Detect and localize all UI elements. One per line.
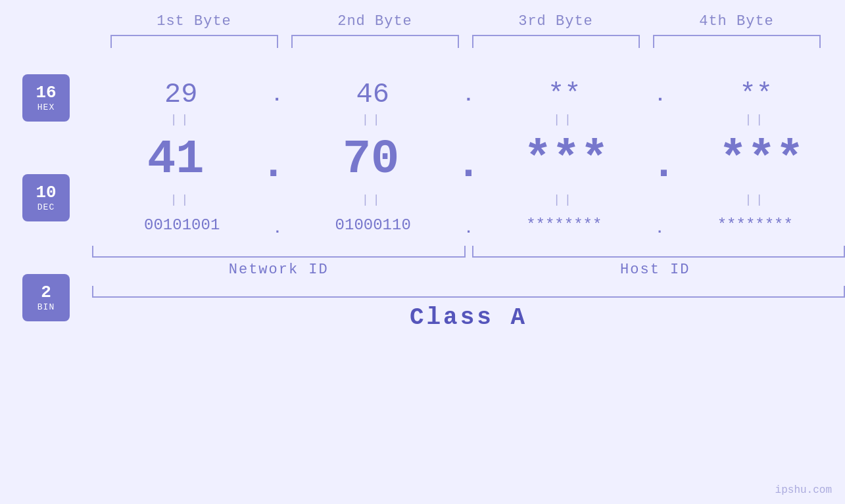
- dec-sep-2: .: [454, 134, 482, 186]
- bin-sep-2: .: [463, 214, 474, 237]
- bin-sep-1: .: [272, 214, 283, 237]
- network-id-label: Network ID: [92, 262, 466, 278]
- bin-badge-label: BIN: [37, 302, 55, 312]
- hex-sep-3: .: [654, 72, 667, 105]
- main-area: 16 HEX 10 DEC 2 BIN 29 . 46 . ** . **: [0, 55, 845, 504]
- id-labels: Network ID Host ID: [92, 262, 845, 278]
- top-bracket-row: [104, 35, 827, 48]
- bin-val-1: 00101001: [92, 210, 272, 241]
- badges-column: 16 HEX 10 DEC 2 BIN: [0, 55, 92, 321]
- class-bracket: [92, 286, 845, 298]
- byte-1-header: 1st Byte: [104, 13, 285, 30]
- host-id-label: Host ID: [466, 262, 846, 278]
- eq2-3: ||: [475, 193, 654, 206]
- bin-row: 00101001 . 01000110 . ******** . *******…: [92, 210, 845, 241]
- byte-4-header: 4th Byte: [646, 13, 827, 30]
- eq-2: ||: [283, 113, 462, 126]
- main-container: 1st Byte 2nd Byte 3rd Byte 4th Byte 16 H…: [0, 0, 845, 504]
- hex-sep-1: .: [270, 72, 284, 105]
- byte-3-header: 3rd Byte: [466, 13, 646, 30]
- equals-row-2: || || || ||: [92, 190, 845, 210]
- bracket-2: [291, 35, 459, 48]
- byte-2-header: 2nd Byte: [285, 13, 466, 30]
- hex-row: 29 . 46 . ** . **: [92, 68, 845, 110]
- hex-badge-num: 16: [36, 84, 56, 101]
- dec-sep-3: .: [650, 134, 677, 186]
- bracket-3: [472, 35, 640, 48]
- dec-sep-1: .: [259, 134, 287, 186]
- host-id-bracket: [472, 246, 846, 258]
- bin-badge: 2 BIN: [22, 274, 70, 321]
- hex-badge: 16 HEX: [22, 74, 70, 122]
- values-grid: 29 . 46 . ** . ** || || || || 41: [92, 55, 845, 331]
- bin-val-4: ********: [665, 210, 845, 241]
- bracket-4: [653, 35, 821, 48]
- class-section: Class A: [92, 286, 845, 331]
- hex-val-2: 46: [283, 68, 462, 110]
- bin-val-3: ********: [474, 210, 654, 241]
- dec-badge-label: DEC: [37, 202, 55, 212]
- byte-headers: 1st Byte 2nd Byte 3rd Byte 4th Byte: [104, 13, 827, 30]
- eq2-2: ||: [283, 193, 462, 206]
- dec-val-2: 70: [287, 129, 454, 190]
- eq2-1: ||: [92, 193, 270, 206]
- bracket-1: [110, 35, 278, 48]
- equals-row-1: || || || ||: [92, 110, 845, 129]
- eq2-4: ||: [667, 193, 845, 206]
- hex-badge-label: HEX: [37, 103, 55, 112]
- eq-4: ||: [667, 113, 845, 126]
- hex-val-4: **: [667, 68, 845, 110]
- hex-val-1: 29: [92, 68, 270, 110]
- dec-row: 41 . 70 . *** . ***: [92, 129, 845, 190]
- hex-sep-2: .: [462, 72, 475, 105]
- bottom-section: Network ID Host ID: [92, 246, 845, 278]
- watermark: ipshu.com: [775, 484, 832, 496]
- dec-val-4: ***: [678, 129, 845, 190]
- dec-val-3: ***: [483, 129, 650, 190]
- class-label: Class A: [92, 304, 845, 331]
- hex-val-3: **: [475, 68, 654, 110]
- network-id-bracket: [92, 246, 466, 258]
- bin-badge-num: 2: [41, 284, 51, 301]
- dec-badge-num: 10: [36, 184, 56, 201]
- eq-1: ||: [92, 113, 270, 126]
- eq-3: ||: [475, 113, 654, 126]
- dec-val-1: 41: [92, 129, 259, 190]
- bottom-brackets: [92, 246, 845, 258]
- dec-badge: 10 DEC: [22, 174, 70, 221]
- bin-val-2: 01000110: [283, 210, 463, 241]
- bin-sep-3: .: [654, 214, 665, 237]
